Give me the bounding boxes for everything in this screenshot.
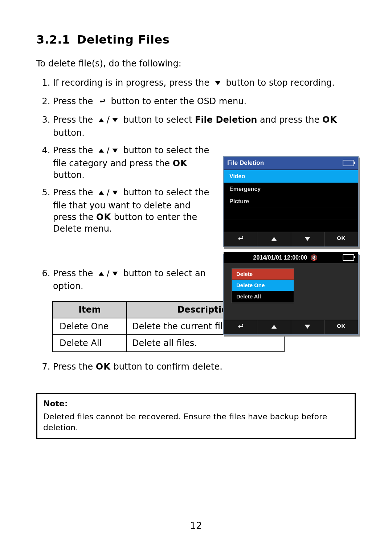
section-heading: 3.2.1Deleting Files (36, 32, 356, 48)
osd-item-video: Video (224, 170, 358, 183)
osd-menu-title: Delete (232, 269, 294, 280)
osd-timestamp: 2014/01/01 12:00:00 🔇 (224, 252, 358, 263)
osd-nav-back-icon (224, 320, 257, 334)
down-icon (214, 78, 222, 90)
osd-nav-back-icon (224, 232, 257, 247)
down-icon (111, 115, 119, 127)
back-icon (97, 97, 107, 108)
up-icon (97, 115, 105, 127)
step-3: Press the / button to select File Deleti… (53, 114, 356, 139)
osd-nav-ok: OK (324, 232, 358, 247)
battery-icon (343, 254, 354, 261)
ok-label: OK (96, 212, 111, 222)
down-icon (111, 188, 119, 199)
osd-screenshots: File Deletion Video Emergency Picture OK… (223, 156, 357, 342)
osd-nav-up-icon (257, 320, 291, 334)
osd-nav-ok: OK (324, 320, 358, 334)
osd-item-delete-one: Delete One (232, 280, 294, 291)
step-2: Press the button to enter the OSD menu. (53, 95, 356, 108)
steps-list-cont: Press the OK button to confirm delete. (36, 361, 356, 372)
section-title-text: Deleting Files (77, 33, 170, 46)
note-box: Note: Deleted files cannot be recovered.… (36, 393, 356, 439)
osd-nav-down-icon (291, 232, 325, 247)
down-icon (111, 269, 119, 280)
osd-file-deletion: File Deletion Video Emergency Picture OK (223, 156, 359, 247)
section-number: 3.2.1 (36, 33, 70, 46)
ok-label: OK (173, 158, 188, 168)
note-label: Note: (43, 398, 349, 409)
note-body: Deleted files cannot be recovered. Ensur… (43, 412, 327, 432)
osd-nav-up-icon (257, 232, 291, 247)
table-header-item: Item (53, 301, 127, 318)
osd-item-emergency: Emergency (224, 183, 358, 196)
up-icon (97, 146, 105, 157)
intro-text: To delete file(s), do the following: (36, 58, 356, 69)
osd-item-delete-all: Delete All (232, 291, 294, 302)
osd-item-picture: Picture (224, 195, 358, 208)
osd-nav-down-icon (291, 320, 325, 334)
speaker-icon: 🔇 (310, 254, 318, 261)
osd-delete-preview: 2014/01/01 12:00:00 🔇 Delete Delete One … (223, 254, 359, 335)
osd-overlay-menu: Delete Delete One Delete All (232, 268, 294, 303)
osd-title: File Deletion (227, 159, 264, 167)
page-number: 12 (0, 520, 392, 532)
step-7: Press the OK button to confirm delete. (53, 361, 356, 372)
down-icon (111, 146, 119, 157)
up-icon (97, 269, 105, 280)
up-icon (97, 188, 105, 199)
ok-label: OK (322, 115, 337, 125)
ok-label: OK (96, 362, 111, 372)
step-1: If recording is in progress, press the b… (53, 77, 356, 90)
battery-icon (343, 160, 354, 166)
file-deletion-bold: File Deletion (195, 115, 257, 125)
